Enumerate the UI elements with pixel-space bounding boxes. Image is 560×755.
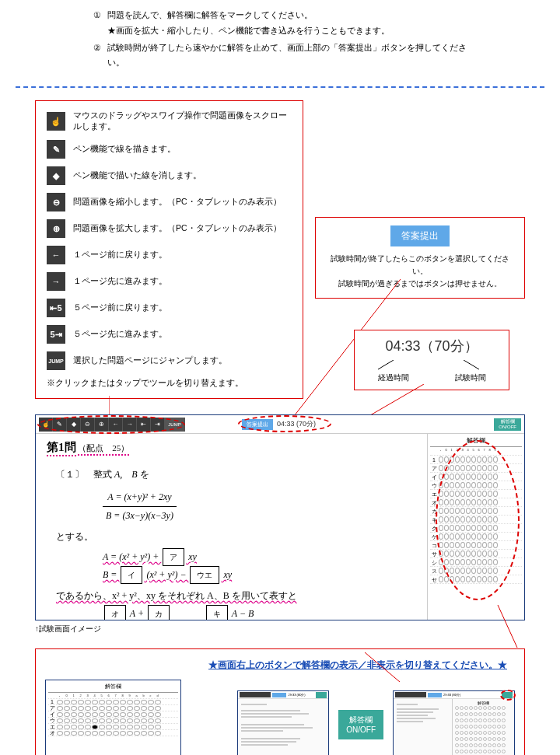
ss-pen-icon[interactable]: ✎: [53, 418, 67, 432]
zoomin-desc: 問題画像を拡大します。（PC・タブレットのみ表示）: [73, 223, 282, 234]
submit-text-2: 試験時間が過ぎるまではボタンは押せません。: [324, 278, 516, 290]
answer-row[interactable]: シ: [430, 558, 522, 567]
eq-b2-post: xy: [221, 569, 232, 580]
mini-answer-row[interactable]: 1: [48, 699, 178, 705]
ss-onoff-button[interactable]: 解答欄 ON/OFF: [494, 418, 521, 431]
ss-fwd1-icon[interactable]: →: [123, 418, 137, 432]
box-i: イ: [121, 566, 142, 584]
tosuru: とする。: [56, 528, 416, 546]
dashed-divider: [16, 86, 544, 88]
timer-display-sample: 04:33（70分）: [362, 337, 501, 355]
fwd5-desc: ５ページ先に進みます。: [73, 329, 167, 340]
pen-icon: ✎: [47, 140, 65, 159]
mini-answer-sheet: 解答欄 -0123456789abcd1アイウエオ: [45, 680, 181, 755]
answer-header: 解答欄: [430, 436, 522, 447]
back1-icon: ←: [47, 246, 65, 264]
answer-row[interactable]: イ: [430, 473, 522, 481]
question-area: 第1問 （配点 25） 〔１〕 整式 A, B を A = (x+y)² + 2…: [36, 434, 427, 620]
fwd1-desc: １ページ先に進みます。: [73, 276, 167, 287]
question-score: （配点 25）: [78, 442, 129, 456]
mini-answer-row[interactable]: ウ: [48, 718, 178, 724]
submit-explain-box: 答案提出 試験時間が終了したらこのボタンを選択してください。 試験時間が過ぎるま…: [315, 217, 525, 299]
eraser-icon: ◆: [47, 166, 65, 185]
ss-zoomin-icon[interactable]: ⊕: [95, 418, 109, 432]
mini-answer-row[interactable]: エ: [48, 724, 178, 730]
dearu: であるから、x² + y²、xy をそれぞれ A、B を用いて表すと: [56, 587, 416, 605]
answer-row[interactable]: ウ: [430, 481, 522, 490]
fwd5-icon: 5⇥: [47, 325, 65, 344]
instruction-text-1b: ★画面を拡大・縮小したり、ペン機能で書き込みを行うこともできます。: [107, 23, 390, 39]
box-ue: ウエ: [190, 566, 219, 584]
answer-row[interactable]: コ: [430, 541, 522, 550]
ss-back5-icon[interactable]: ⇤: [137, 418, 151, 432]
mini-answer-row[interactable]: オ: [48, 730, 178, 736]
ss-fwd5-icon[interactable]: ⇥: [151, 418, 165, 432]
eq-b: B = (3x−y)(x−3y): [103, 507, 177, 525]
onoff-label-sample: 解答欄 ON/OFF: [338, 710, 383, 739]
mini-screenshot-noanswer: 29:33 (80分): [237, 690, 329, 755]
instructions: ① 問題を読んで、解答欄に解答をマークしてください。 ★画面を拡大・縮小したり、…: [16, 0, 544, 80]
instruction-text-1a: 問題を読んで、解答欄に解答をマークしてください。: [107, 8, 390, 23]
bottom-explain-box: ★画面右上のボタンで解答欄の表示／非表示を切り替えてください。★ 解答欄 -01…: [35, 648, 525, 755]
back5-icon: ⇤5: [47, 299, 65, 317]
instruction-number-1: ①: [93, 8, 101, 39]
answer-sheet: 解答欄 -01234567891アイウエオカキクケコサシスセ: [427, 434, 524, 620]
ss-back1-icon[interactable]: ←: [109, 418, 123, 432]
fwd1-icon: →: [47, 272, 65, 291]
jump-desc: 選択した問題ページにジャンプします。: [73, 355, 227, 366]
bottom-title: ★画面右上のボタンで解答欄の表示／非表示を切り替えてください。★: [201, 659, 515, 672]
eq-b2-mid: (x² + y²) −: [144, 569, 188, 580]
answer-row[interactable]: ク: [430, 524, 522, 533]
q-intro-prefix: 〔１〕 整式: [56, 469, 112, 480]
answer-row[interactable]: セ: [430, 575, 522, 584]
tool-footnote: ※クリックまたはタップでツールを切り替えます。: [47, 378, 292, 389]
jump-icon: JUMP: [47, 351, 65, 370]
ss-jump-icon[interactable]: JUMP: [165, 418, 185, 432]
box-o: オ: [104, 605, 126, 620]
answer-row[interactable]: カ: [430, 507, 522, 516]
mini-answer-row[interactable]: イ: [48, 711, 178, 718]
exam-screenshot: ☝ ✎ ◆ ⊖ ⊕ ← → ⇤ ⇥ JUMP 答案提出 04:33 (70分) …: [35, 414, 525, 620]
answer-row[interactable]: ア: [430, 464, 522, 473]
elapsed-label: 経過時間: [378, 372, 409, 383]
hand-desc: マウスのドラッグやスワイプ操作で問題画像をスクロールします。: [73, 110, 292, 132]
ss-zoomout-icon[interactable]: ⊖: [81, 418, 95, 432]
toolbar-legend-box: ☝マウスのドラッグやスワイプ操作で問題画像をスクロールします。 ✎ペン機能で線を…: [35, 100, 303, 399]
instruction-text-2: 試験時間が終了したら速やかに解答を止めて、画面上部の「答案提出」ボタンを押してく…: [107, 40, 474, 72]
eq-a2-post: xy: [186, 551, 197, 562]
svg-line-3: [378, 360, 394, 369]
question-title: 第1問: [47, 440, 76, 456]
timer-explain-box: 04:33（70分） 経過時間 試験時間: [354, 330, 509, 390]
ss-eraser-icon[interactable]: ◆: [67, 418, 81, 432]
q-intro-ab: A, B: [114, 469, 138, 480]
answer-row[interactable]: ケ: [430, 533, 522, 541]
ss-hand-icon[interactable]: ☝: [39, 418, 53, 432]
screenshot-caption: ↑試験画面イメージ: [35, 624, 525, 634]
eq-b2-pre: B =: [103, 569, 119, 580]
svg-line-4: [464, 360, 479, 369]
hand-icon: ☝: [47, 112, 65, 131]
mini-ans-header: 解答欄: [48, 683, 178, 693]
answer-row[interactable]: キ: [430, 516, 522, 524]
pen-desc: ペン機能で線を描きます。: [73, 144, 176, 155]
screenshot-topbar: ☝ ✎ ◆ ⊖ ⊕ ← → ⇤ ⇥ JUMP 答案提出 04:33 (70分) …: [36, 415, 524, 434]
ss-timer: 04:33 (70分): [277, 419, 316, 429]
answer-row[interactable]: 1: [430, 456, 522, 464]
instruction-number-2: ②: [93, 40, 101, 72]
total-label: 試験時間: [455, 372, 486, 383]
back1-desc: １ページ前に戻ります。: [73, 250, 167, 260]
box-ki: キ: [206, 605, 228, 620]
box-a: ア: [163, 548, 184, 566]
zoomout-desc: 問題画像を縮小します。（PC・タブレットのみ表示）: [73, 197, 282, 208]
q-intro-suffix: を: [140, 469, 149, 480]
submit-text-1: 試験時間が終了したらこのボタンを選択してください。: [324, 253, 516, 278]
answer-row[interactable]: オ: [430, 498, 522, 507]
answer-row[interactable]: サ: [430, 550, 522, 558]
eq-a2-pre: A = (x² + y²) +: [103, 551, 161, 562]
answer-row[interactable]: エ: [430, 490, 522, 498]
ss-submit-button[interactable]: 答案提出: [242, 419, 273, 430]
eq-a: A = (x+y)² + 2xy: [103, 488, 177, 507]
zoomin-icon: ⊕: [47, 219, 65, 238]
answer-row[interactable]: ス: [430, 567, 522, 575]
mini-answer-row[interactable]: ア: [48, 705, 178, 711]
